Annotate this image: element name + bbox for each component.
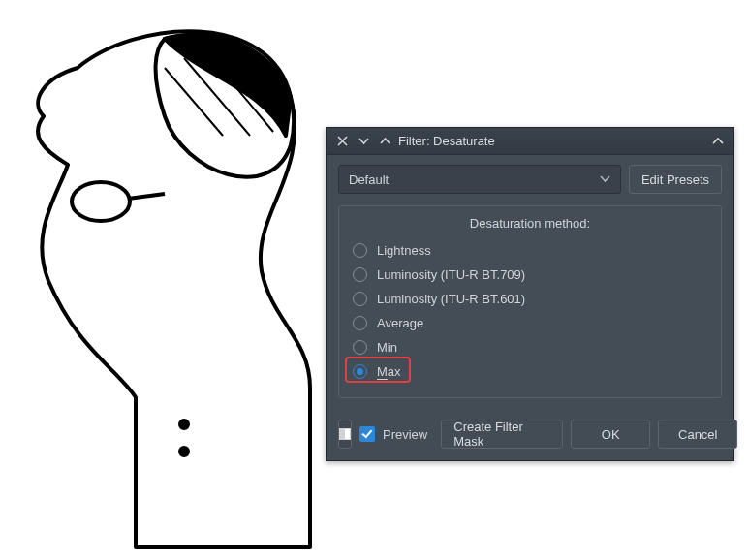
radio-min[interactable]: Min (349, 335, 711, 359)
svg-point-0 (72, 182, 130, 221)
radio-label: Luminosity (ITU-R BT.709) (377, 267, 525, 282)
group-title: Desaturation method: (349, 214, 711, 238)
radio-average[interactable]: Average (349, 311, 711, 335)
preset-select-value: Default (349, 172, 389, 187)
preview-checkbox[interactable]: Preview (359, 420, 433, 449)
radio-icon (353, 340, 367, 355)
chevron-up-icon[interactable] (377, 134, 392, 149)
dialog-body: Default Edit Presets Desaturation method… (327, 155, 733, 420)
collapse-icon[interactable] (710, 134, 726, 149)
dialog-title: Filter: Desaturate (398, 134, 704, 148)
close-icon[interactable] (334, 134, 350, 149)
radio-icon (353, 243, 367, 258)
chevron-down-icon[interactable] (356, 134, 371, 149)
radio-label: Min (377, 340, 397, 355)
split-view-toggle[interactable] (338, 420, 352, 449)
radio-lightness[interactable]: Lightness (349, 238, 711, 263)
artwork-illustration (19, 10, 349, 552)
radio-label: Lightness (377, 243, 431, 258)
radio-icon (353, 267, 367, 282)
radio-icon (353, 364, 367, 379)
radio-label: Max (377, 364, 401, 379)
create-filter-mask-button[interactable]: Create Filter Mask (441, 420, 563, 449)
desaturation-group: Desaturation method: Lightness Luminosit… (338, 205, 722, 398)
radio-label: Luminosity (ITU-R BT.601) (377, 292, 525, 306)
ok-button[interactable]: OK (571, 420, 650, 449)
svg-point-2 (180, 448, 188, 455)
radio-max[interactable]: Max (349, 359, 711, 384)
radio-luminosity-601[interactable]: Luminosity (ITU-R BT.601) (349, 287, 711, 311)
cancel-button[interactable]: Cancel (658, 420, 737, 449)
dialog-titlebar[interactable]: Filter: Desaturate (327, 128, 733, 155)
split-icon (339, 428, 351, 440)
preview-label: Preview (383, 427, 427, 442)
edit-presets-button[interactable]: Edit Presets (629, 165, 722, 194)
radio-icon (353, 292, 367, 306)
filter-dialog: Filter: Desaturate Default Edit Presets … (326, 127, 734, 461)
chevron-down-icon (600, 172, 610, 187)
radio-luminosity-709[interactable]: Luminosity (ITU-R BT.709) (349, 263, 711, 287)
preset-select[interactable]: Default (338, 165, 621, 194)
radio-label: Average (377, 316, 423, 330)
svg-point-1 (180, 420, 188, 428)
checkbox-icon (359, 426, 375, 442)
dialog-button-row: Preview Create Filter Mask OK Cancel (327, 420, 733, 460)
radio-icon (353, 316, 367, 330)
